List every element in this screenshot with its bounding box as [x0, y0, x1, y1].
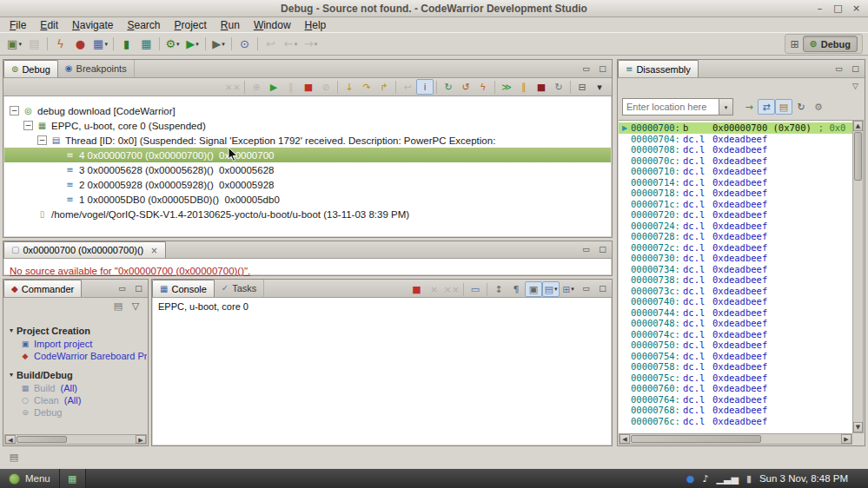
tab-source-not-found[interactable]: ▢ 0x00000700 (0x00000700)() × [3, 241, 166, 258]
scroll-lock-toggle[interactable]: ↕ [490, 281, 507, 297]
open-perspective-button[interactable]: ⊞ [790, 39, 798, 49]
menu-search[interactable]: Search [120, 18, 167, 32]
flash-programmer-button[interactable]: ϟ [50, 35, 70, 53]
target-tasks-button[interactable]: ● [70, 35, 90, 53]
maximize-view-button[interactable]: □ [132, 283, 145, 294]
disassembly-row[interactable]: 00000768:dc.l0xdeadbeef [619, 405, 852, 416]
window-close-button[interactable]: × [849, 2, 864, 15]
disassembly-hscrollbar[interactable]: ◀ ▶ [619, 433, 852, 445]
commander-item-debug[interactable]: ⊚Debug [10, 406, 143, 419]
section-collapse-icon[interactable]: ▾ [10, 372, 13, 379]
network-icon[interactable]: ▁▃▅ [716, 474, 738, 484]
minimize-view-button[interactable]: ▭ [580, 244, 593, 255]
show-source-toggle[interactable]: ▤ [775, 99, 792, 115]
scroll-right-button[interactable]: ▶ [136, 435, 146, 444]
disassembly-row[interactable]: 00000720:dc.l0xdeadbeef [619, 209, 852, 221]
dropdown-arrow-icon[interactable]: ▾ [554, 286, 558, 293]
debug-button[interactable]: ⚙▾ [162, 35, 182, 53]
minimize-view-button[interactable]: ▭ [832, 63, 845, 75]
location-input[interactable] [622, 98, 719, 115]
menu-project[interactable]: Project [167, 18, 213, 32]
disassembly-row[interactable]: 0000070c:dc.l0xdeadbeef [619, 155, 852, 167]
debug-tree-item[interactable]: −◎debug download [CodeWarrior] [4, 103, 611, 118]
cw-tools-button[interactable]: ▦▾ [90, 35, 110, 53]
multicore-suspend-button[interactable]: ∥ [515, 79, 533, 95]
debug-perspective-button[interactable]: ⊚ Debug [803, 36, 858, 52]
commander-item-label[interactable]: CodeWarrior Bareboard Project [34, 351, 147, 361]
scroll-up-button[interactable]: ▲ [853, 121, 863, 131]
dropdown-arrow-icon[interactable]: ▾ [295, 41, 298, 48]
display-console-button[interactable]: ▤▾ [542, 281, 560, 297]
tab-console[interactable]: ▦ Console [152, 280, 215, 297]
disassembly-row[interactable]: 0000071c:dc.l0xdeadbeef [619, 199, 852, 210]
menu-button[interactable]: Menu [0, 469, 60, 488]
disassembly-row[interactable]: 00000754:dc.l0xdeadbeef [619, 351, 852, 362]
tree-expander-icon[interactable]: − [23, 121, 33, 130]
disassembly-row[interactable]: 0000074c:dc.l0xdeadbeef [619, 329, 852, 340]
disassembly-row[interactable]: 0000072c:dc.l0xdeadbeef [619, 242, 852, 254]
disassembly-row[interactable]: 00000750:dc.l0xdeadbeef [619, 340, 852, 351]
commander-item-label[interactable]: Import project [34, 339, 92, 349]
maximize-view-button[interactable]: □ [849, 63, 862, 75]
scroll-left-button[interactable]: ◀ [5, 435, 16, 444]
titlebar[interactable]: Debug - Source not found. - CodeWarrior … [0, 0, 868, 17]
disassembly-row[interactable]: 00000708:dc.l0xdeadbeef [619, 144, 852, 155]
scrollbar-thumb[interactable] [631, 435, 761, 443]
menu-navigate[interactable]: Navigate [65, 18, 120, 32]
maximize-view-button[interactable]: □ [596, 283, 609, 294]
tree-expander-icon[interactable]: − [10, 106, 19, 115]
view-menu-icon[interactable]: ▽ [852, 82, 858, 90]
tab-disassembly[interactable]: ≡ Disassembly [618, 60, 699, 77]
commander-item-suffix-link[interactable]: (All) [60, 383, 77, 393]
commander-menu-button[interactable]: ▽ [127, 298, 144, 313]
power-icon[interactable]: ▮ [746, 474, 752, 484]
disassembly-row[interactable]: 00000764:dc.l0xdeadbeef [619, 394, 852, 406]
word-wrap-toggle[interactable]: ¶ [507, 281, 525, 297]
external-tools-button[interactable]: ▶▾ [209, 35, 229, 53]
taskbar-clock[interactable]: Sun 3 Nov, 8:48 PM [759, 473, 848, 484]
clear-console-button[interactable]: ▭ [467, 281, 484, 297]
commander-item-build-all[interactable]: ▦Build(All) [10, 382, 143, 394]
commander-item-import-project[interactable]: ▣Import project [10, 338, 143, 350]
dropdown-arrow-icon[interactable]: ▾ [18, 41, 22, 48]
scrollbar-thumb[interactable] [854, 132, 862, 181]
dropdown-arrow-icon[interactable]: ▾ [222, 41, 225, 48]
scroll-left-button[interactable]: ◀ [620, 434, 630, 444]
run-button[interactable]: ▶▾ [182, 35, 202, 53]
scroll-right-button[interactable]: ▶ [841, 434, 851, 444]
disassembly-row[interactable]: 00000718:dc.l0xdeadbeef [619, 188, 852, 199]
debug-tree-item[interactable]: ≡1 0x00005DB0 (0x00005DB0)() 0x00005db0 [4, 192, 611, 207]
disassembly-row[interactable]: 0000076c:dc.l0xdeadbeef [619, 416, 852, 427]
menu-run[interactable]: Run [214, 18, 247, 32]
minimize-view-button[interactable]: ▭ [116, 283, 129, 294]
debug-tree-item-selected[interactable]: ≡4 0x00000700 (0x00000700)() 0x00000700 [4, 148, 611, 162]
disassembly-row[interactable]: 00000714:dc.l0xdeadbeef [619, 177, 852, 188]
settings-button[interactable]: ⚙ [810, 99, 827, 115]
tab-tasks[interactable]: ✓ Tasks [215, 280, 265, 297]
dropdown-arrow-icon[interactable]: ▾ [104, 41, 108, 48]
debug-tree-item[interactable]: ≡2 0x00005928 (0x00005928)() 0x00005928 [4, 177, 611, 192]
commander-section-header[interactable]: ▾Project Creation [10, 324, 143, 338]
disassembly-row[interactable]: 0000073c:dc.l0xdeadbeef [619, 286, 852, 297]
disassembly-row[interactable]: 00000734:dc.l0xdeadbeef [619, 264, 852, 275]
sync-context-toggle[interactable]: ⇄ [758, 99, 775, 115]
tab-commander[interactable]: ◆ Commander [3, 280, 82, 297]
step-return-button[interactable]: ↱ [375, 79, 393, 95]
open-console-button[interactable]: ⊞▾ [560, 281, 577, 297]
disassembly-row[interactable]: 00000760:dc.l0xdeadbeef [619, 383, 852, 394]
commander-item-bareboard-project[interactable]: ◆CodeWarrior Bareboard Project [10, 350, 143, 362]
scroll-down-button[interactable]: ▼ [853, 422, 863, 432]
disassembly-row[interactable]: 00000758:dc.l0xdeadbeef [619, 361, 852, 373]
multicore-restart-button[interactable]: ↻ [550, 79, 567, 95]
multicore-terminate-button[interactable]: ■ [533, 79, 550, 95]
location-combo-arrow-icon[interactable]: ▾ [719, 98, 733, 115]
goto-pc-button[interactable]: → [740, 99, 758, 115]
debug-tree-item[interactable]: ≡3 0x00005628 (0x00005628)() 0x00005628 [4, 162, 611, 177]
commander-hscrollbar[interactable]: ◀ ▶ [4, 434, 147, 445]
minimize-view-button[interactable]: ▭ [580, 63, 593, 75]
flash-program-button[interactable]: ϟ [474, 79, 492, 95]
commander-item-clean-all[interactable]: ○Clean(All) [10, 394, 143, 406]
disassembly-row[interactable]: 00000704:dc.l0xdeadbeef [619, 134, 852, 145]
view-menu-button[interactable]: ▾ [591, 79, 608, 95]
commander-item-suffix-link[interactable]: (All) [64, 395, 82, 406]
